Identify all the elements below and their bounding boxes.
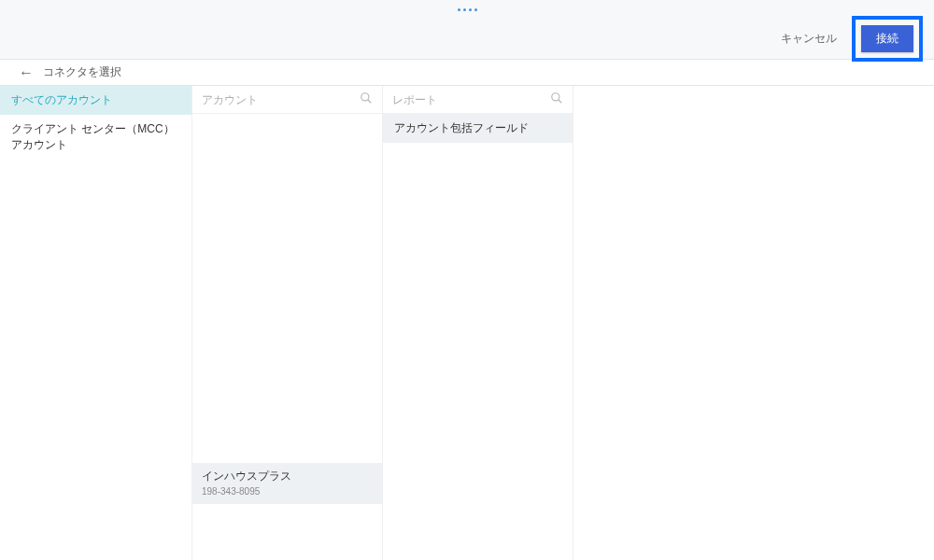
search-icon [360, 91, 373, 107]
svg-line-3 [559, 100, 562, 104]
account-list: インハウスプラス 198-343-8095 [192, 114, 382, 560]
account-column: インハウスプラス 198-343-8095 [192, 86, 383, 560]
sidebar-item-all-accounts[interactable]: すべてのアカウント [0, 86, 191, 115]
columns-container: すべてのアカウント クライアント センター（MCC）アカウント インハウスプラス… [0, 86, 934, 560]
svg-point-0 [361, 93, 369, 101]
breadcrumb-label: コネクタを選択 [43, 64, 121, 80]
svg-line-1 [368, 100, 372, 104]
top-bar: キャンセル 接続 [0, 19, 934, 60]
account-item-selected[interactable]: インハウスプラス 198-343-8095 [192, 463, 382, 504]
report-search-row [383, 86, 573, 114]
drag-handle-row [0, 0, 934, 19]
back-arrow-icon[interactable]: ← [19, 65, 34, 80]
cancel-button[interactable]: キャンセル [781, 31, 837, 47]
breadcrumb: ← コネクタを選択 [0, 60, 934, 86]
search-icon [550, 91, 563, 107]
connect-button-highlight: 接続 [852, 16, 923, 62]
account-bottom-spacer [192, 504, 382, 560]
svg-point-2 [552, 93, 559, 101]
account-search-row [192, 86, 382, 114]
connect-button[interactable]: 接続 [861, 25, 913, 52]
report-column: アカウント包括フィールド [383, 86, 573, 560]
account-search-input[interactable] [202, 93, 360, 106]
account-type-column: すべてのアカウント クライアント センター（MCC）アカウント [0, 86, 192, 560]
account-id: 198-343-8095 [202, 486, 373, 497]
sidebar-item-mcc-accounts[interactable]: クライアント センター（MCC）アカウント [0, 115, 191, 160]
account-name: インハウスプラス [202, 469, 373, 484]
drag-dots-icon [458, 8, 477, 11]
account-list-spacer [192, 114, 382, 463]
report-search-input[interactable] [392, 93, 550, 106]
report-item-account-fields[interactable]: アカウント包括フィールド [383, 114, 573, 143]
